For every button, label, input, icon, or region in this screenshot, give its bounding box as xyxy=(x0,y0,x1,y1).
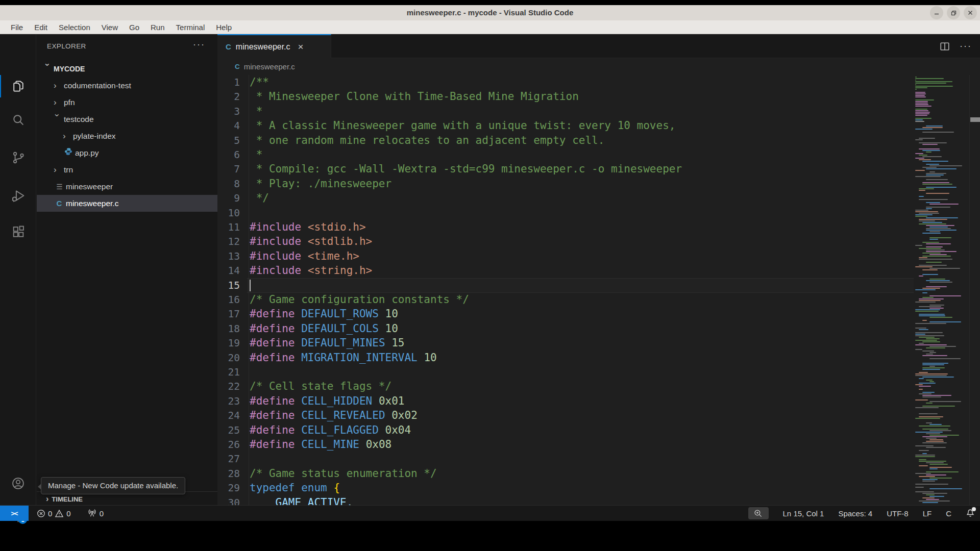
code-line-20[interactable]: 20#define MIGRATION_INTERVAL 10 xyxy=(217,350,914,365)
tree-item-minesweeper-c[interactable]: Cminesweeper.c xyxy=(37,195,217,212)
tree-root-mycode[interactable]: ›MYCODE xyxy=(37,60,217,77)
minimap-line xyxy=(919,220,935,221)
code-line-23[interactable]: 23#define CELL_HIDDEN 0x01 xyxy=(217,394,914,409)
tree-item-trn[interactable]: ›trn xyxy=(37,161,217,178)
indentation[interactable]: Spaces: 4 xyxy=(838,509,872,518)
tree-item-minesweeper[interactable]: ☰minesweeper xyxy=(37,178,217,195)
code-line-24[interactable]: 24#define CELL_REVEALED 0x02 xyxy=(217,408,914,423)
code-editor[interactable]: 1/**2 * Minesweeper Clone with Time-Base… xyxy=(217,75,980,505)
minimap-line xyxy=(915,106,932,107)
language-mode[interactable]: C xyxy=(946,509,951,518)
line-text: #define CELL_HIDDEN 0x01 xyxy=(250,394,404,409)
code-line-13[interactable]: 13#include <time.h> xyxy=(217,249,914,264)
minimap-line xyxy=(929,237,951,238)
more-actions-icon[interactable]: ··· xyxy=(960,41,972,52)
menu-item-view[interactable]: View xyxy=(96,20,124,34)
encoding[interactable]: UTF-8 xyxy=(887,509,909,518)
code-line-7[interactable]: 7 * Compile: gcc -Wall -Wextra -std=c99 … xyxy=(217,162,914,177)
minimap-line xyxy=(919,461,946,462)
code-line-2[interactable]: 2 * Minesweeper Clone with Time-Based Mi… xyxy=(217,89,914,104)
line-number: 29 xyxy=(217,481,240,495)
ports-indicator[interactable]: 0 xyxy=(84,509,107,518)
cursor-position[interactable]: Ln 15, Col 1 xyxy=(783,509,824,518)
editor-scrollbar[interactable] xyxy=(969,75,980,505)
code-line-28[interactable]: 28/* Game status enumeration */ xyxy=(217,466,914,481)
code-line-8[interactable]: 8 * Play: ./minesweeper xyxy=(217,177,914,191)
tab-minesweeper-c[interactable]: C minesweeper.c × xyxy=(217,34,331,58)
minimap-line xyxy=(922,161,948,162)
extensions-icon[interactable] xyxy=(0,220,36,244)
code-line-10[interactable]: 10 xyxy=(217,206,914,220)
code-line-30[interactable]: 30 GAME_ACTIVE, xyxy=(217,495,914,505)
code-token: /** xyxy=(250,76,269,88)
eol-sequence[interactable]: LF xyxy=(923,509,932,518)
explorer-icon[interactable] xyxy=(0,74,36,98)
menu-item-run[interactable]: Run xyxy=(145,20,170,34)
line-number: 30 xyxy=(217,495,240,505)
minimap[interactable] xyxy=(914,77,968,505)
menu-item-file[interactable]: File xyxy=(5,20,29,34)
menu-item-edit[interactable]: Edit xyxy=(29,20,53,34)
minimap-line xyxy=(919,383,936,384)
source-control-icon[interactable] xyxy=(0,145,36,170)
code-line-21[interactable]: 21 xyxy=(217,365,914,380)
minimap-line xyxy=(926,164,939,165)
split-editor-icon[interactable] xyxy=(939,41,950,52)
minimap-line xyxy=(926,338,940,339)
minimap-line xyxy=(915,89,917,90)
minimap-line xyxy=(915,214,933,215)
code-line-11[interactable]: 11#include <stdio.h> xyxy=(217,220,914,235)
code-line-29[interactable]: 29typedef enum { xyxy=(217,481,914,495)
code-line-17[interactable]: 17#define DEFAULT_ROWS 10 xyxy=(217,307,914,321)
warning-count: 0 xyxy=(66,509,70,518)
search-icon[interactable] xyxy=(0,108,36,132)
code-line-22[interactable]: 22/* Cell state flags */ xyxy=(217,379,914,394)
tree-item-pfn[interactable]: ›pfn xyxy=(37,94,217,111)
minimap-line xyxy=(929,254,947,255)
zoom-indicator[interactable] xyxy=(748,507,769,519)
tree-item-codumentation-test[interactable]: ›codumentation-test xyxy=(37,77,217,94)
problems-indicator[interactable]: 0 0 xyxy=(34,509,74,518)
accounts-icon[interactable] xyxy=(0,471,36,495)
code-line-6[interactable]: 6 * xyxy=(217,147,914,162)
minimap-line xyxy=(922,406,955,407)
minimap-line xyxy=(915,96,926,97)
menu-item-help[interactable]: Help xyxy=(210,20,237,34)
minimize-button[interactable] xyxy=(930,6,943,19)
notifications-bell[interactable] xyxy=(966,509,975,518)
code-line-5[interactable]: 5 * one random mine relocates to an adja… xyxy=(217,133,914,148)
run-debug-icon[interactable] xyxy=(0,183,36,208)
restore-button[interactable] xyxy=(947,6,960,19)
minimap-line xyxy=(915,332,943,333)
menu-item-terminal[interactable]: Terminal xyxy=(170,20,211,34)
breadcrumb[interactable]: C minesweeper.c xyxy=(217,58,980,75)
tree-item-pylate-index[interactable]: ›pylate-index xyxy=(37,128,217,144)
close-button[interactable] xyxy=(964,6,977,19)
menu-item-go[interactable]: Go xyxy=(124,20,145,34)
tab-close-icon[interactable]: × xyxy=(298,41,304,53)
minimap-line xyxy=(926,208,932,209)
minimap-line xyxy=(922,481,935,482)
code-line-9[interactable]: 9 */ xyxy=(217,191,914,206)
code-line-18[interactable]: 18#define DEFAULT_COLS 10 xyxy=(217,321,914,336)
tree-item-testcode[interactable]: ›testcode xyxy=(37,111,217,128)
code-line-15[interactable]: 15 xyxy=(217,278,914,293)
code-line-12[interactable]: 12#include <stdlib.h> xyxy=(217,234,914,249)
line-number: 10 xyxy=(217,206,240,220)
code-line-19[interactable]: 19#define DEFAULT_MINES 15 xyxy=(217,336,914,350)
sidebar-more-actions[interactable]: ··· xyxy=(193,39,205,50)
code-line-27[interactable]: 27 xyxy=(217,452,914,466)
code-line-16[interactable]: 16/* Game configuration constants */ xyxy=(217,292,914,307)
code-line-1[interactable]: 1/** xyxy=(217,75,914,90)
code-line-14[interactable]: 14#include <string.h> xyxy=(217,263,914,278)
menu-item-selection[interactable]: Selection xyxy=(53,20,96,34)
code-line-25[interactable]: 25#define CELL_FLAGGED 0x04 xyxy=(217,423,914,438)
remote-indicator[interactable]: >< xyxy=(0,506,29,521)
code-line-4[interactable]: 4 * A classic Minesweeper game with a un… xyxy=(217,118,914,133)
code-line-26[interactable]: 26#define CELL_MINE 0x08 xyxy=(217,437,914,452)
scrollbar-thumb[interactable] xyxy=(970,117,980,122)
code-line-3[interactable]: 3 * xyxy=(217,104,914,119)
code-token: <string.h> xyxy=(308,264,372,277)
tree-item-app-py[interactable]: app.py xyxy=(37,144,217,161)
minimap-line xyxy=(929,227,948,228)
